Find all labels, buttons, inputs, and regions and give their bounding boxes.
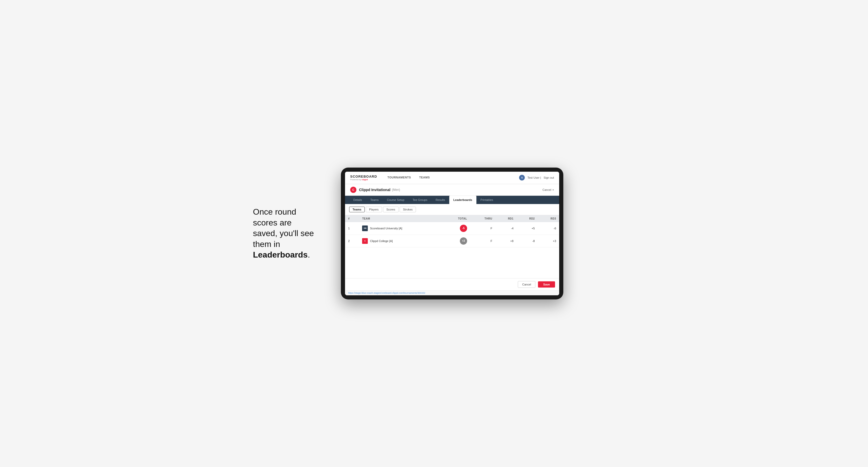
nav-right: S Test User | Sign out (519, 175, 554, 181)
team-name-1: Scoreboard University [A] (370, 227, 402, 230)
col-rank: # (345, 215, 359, 222)
team-logo-2: C (362, 238, 368, 244)
tournament-gender: (Men) (392, 188, 400, 192)
table-row: 2 C Clippd College [A] +3 F +8 -8 (345, 235, 559, 247)
tab-course-setup[interactable]: Course Setup (383, 196, 408, 204)
total-2: +3 (442, 235, 470, 247)
powered-by: Powered by clippd (350, 179, 377, 181)
score-badge-2: +3 (460, 238, 467, 245)
team-cell-2: C Clippd College [A] (359, 235, 442, 247)
table-header: # TEAM TOTAL THRU RD1 RD2 RD3 (345, 215, 559, 222)
top-nav: SCOREBOARD Powered by clippd TOURNAMENTS… (345, 172, 559, 184)
rank-1: 1 (345, 222, 359, 235)
filter-teams[interactable]: Teams (349, 207, 365, 212)
url-bar: https://stage-blue-coach.stagesCoreboard… (345, 290, 559, 295)
nav-links: TOURNAMENTS TEAMS (383, 172, 519, 184)
total-1: -5 (442, 222, 470, 235)
filter-strokes[interactable]: Strokes (400, 207, 416, 212)
table-spacer (345, 247, 559, 278)
filter-players[interactable]: Players (366, 207, 382, 212)
thru-2: F (470, 235, 495, 247)
table-row: 1 SB Scoreboard University [A] -5 F -4 (345, 222, 559, 235)
user-name: Test User | (527, 176, 541, 179)
sign-out-link[interactable]: Sign out (544, 176, 554, 179)
col-rd1: RD1 (495, 215, 517, 222)
tab-results[interactable]: Results (431, 196, 449, 204)
rd2-1: +5 (517, 222, 538, 235)
user-avatar: S (519, 175, 525, 181)
rd3-1: -6 (538, 222, 559, 235)
tournament-header: C Clippd Invitational (Men) Cancel × (345, 184, 559, 196)
leaderboard-table: # TEAM TOTAL THRU RD1 RD2 RD3 1 (345, 215, 559, 279)
tab-details[interactable]: Details (349, 196, 366, 204)
score-badge-1: -5 (460, 225, 467, 232)
filter-scores[interactable]: Scores (383, 207, 399, 212)
nav-tournaments[interactable]: TOURNAMENTS (383, 172, 415, 184)
sub-tabs: Details Teams Course Setup Tee Groups Re… (345, 196, 559, 204)
tab-printables[interactable]: Printables (476, 196, 497, 204)
col-rd2: RD2 (517, 215, 538, 222)
save-button[interactable]: Save (538, 281, 555, 287)
nav-teams[interactable]: TEAMS (415, 172, 434, 184)
tab-tee-groups[interactable]: Tee Groups (408, 196, 431, 204)
tournament-cancel[interactable]: Cancel × (542, 188, 554, 191)
cancel-button[interactable]: Cancel (518, 281, 535, 288)
col-team: TEAM (359, 215, 442, 222)
rd1-2: +8 (495, 235, 517, 247)
rd3-2: +3 (538, 235, 559, 247)
tablet-frame: SCOREBOARD Powered by clippd TOURNAMENTS… (341, 167, 563, 300)
tournament-icon: C (350, 187, 356, 193)
tablet-screen: SCOREBOARD Powered by clippd TOURNAMENTS… (345, 172, 559, 295)
rd1-1: -4 (495, 222, 517, 235)
col-total: TOTAL (442, 215, 470, 222)
team-cell-1: SB Scoreboard University [A] (359, 222, 442, 235)
logo-text: SCOREBOARD (350, 175, 377, 179)
intro-text: Once round scores are saved, you'll see … (253, 207, 326, 260)
team-name-2: Clippd College [A] (370, 240, 393, 243)
tab-teams[interactable]: Teams (366, 196, 383, 204)
col-rd3: RD3 (538, 215, 559, 222)
thru-1: F (470, 222, 495, 235)
col-thru: THRU (470, 215, 495, 222)
rank-2: 2 (345, 235, 359, 247)
team-logo-1: SB (362, 225, 368, 231)
logo-area: SCOREBOARD Powered by clippd (350, 175, 377, 181)
rd2-2: -8 (517, 235, 538, 247)
tournament-name: Clippd Invitational (359, 188, 390, 192)
filter-bar: Teams Players Scores Strokes (345, 204, 559, 215)
tab-leaderboards[interactable]: Leaderboards (449, 196, 476, 204)
footer-bar: Cancel Save (345, 278, 559, 290)
